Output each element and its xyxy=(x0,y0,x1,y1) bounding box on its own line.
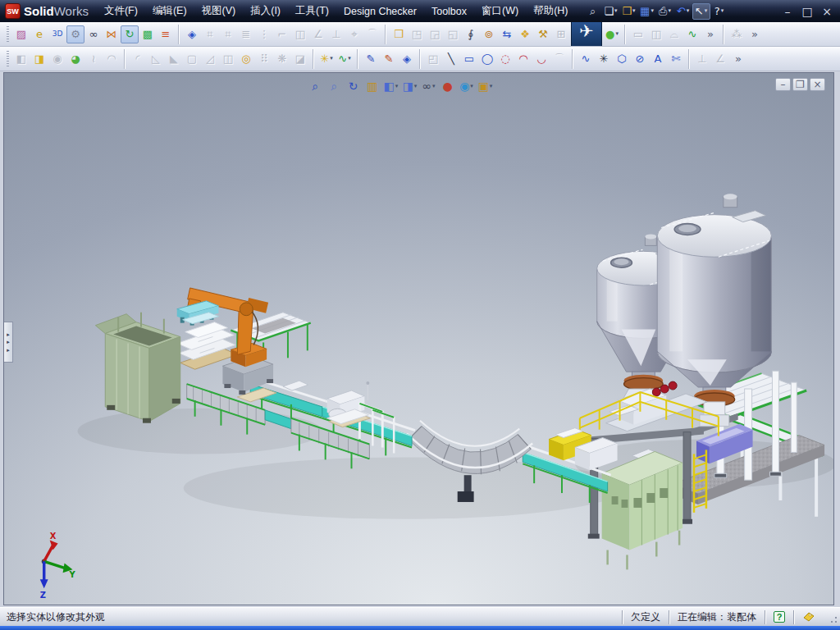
child-restore-button[interactable]: ❐ xyxy=(792,78,808,91)
sketch-dimension-icon[interactable]: ◈ xyxy=(398,50,416,68)
sketch-icon[interactable]: ✎ xyxy=(362,50,380,68)
hide-show-icon[interactable]: ∞▾ xyxy=(419,77,438,95)
quick-tips-icon[interactable]: ? xyxy=(774,611,785,623)
maximize-button[interactable]: □ xyxy=(797,3,817,20)
extruded-cut-icon[interactable]: ◨ xyxy=(30,50,48,68)
dropdown-arrow-icon[interactable]: ▾ xyxy=(432,84,436,89)
graphics-area[interactable]: X Y Z ⌕⌕↻▥◧▾◨▾∞▾●◉▾▣▾ –❐× ▸ ▸ ▸ xyxy=(3,72,834,605)
menu-insert[interactable]: 插入(I) xyxy=(243,1,288,21)
dropdown-arrow-icon[interactable]: ▾ xyxy=(348,56,351,62)
lights-camera-icon[interactable]: ⊚ xyxy=(480,25,498,43)
realview-cube-icon[interactable]: ▩ xyxy=(139,25,157,43)
sketch-text-icon[interactable]: A xyxy=(649,50,667,68)
menu-window[interactable]: 窗口(W) xyxy=(474,1,526,21)
hole-wizard-icon[interactable]: ◎ xyxy=(237,50,255,68)
silo-right[interactable] xyxy=(657,194,771,397)
menu-edit[interactable]: 编辑(E) xyxy=(145,1,194,21)
minimize-button[interactable]: – xyxy=(778,3,797,20)
view-orientation-icon[interactable]: ◧▾ xyxy=(381,77,400,95)
display-style-icon[interactable]: ◨▾ xyxy=(400,77,419,95)
camera-icon[interactable]: ▣▾ xyxy=(476,77,495,95)
dropdown-arrow-icon[interactable]: ▾ xyxy=(414,84,418,89)
view-settings-icon[interactable]: ◉▾ xyxy=(457,77,476,95)
zoom-fit-icon[interactable]: ⌕ xyxy=(306,77,325,95)
tag-icon[interactable] xyxy=(802,611,815,623)
dropdown-arrow-icon[interactable]: ▾ xyxy=(615,31,619,37)
zoom-area-icon[interactable]: ⌕ xyxy=(325,77,344,95)
polygon-icon[interactable]: ⬡ xyxy=(613,50,631,68)
overflow-chevron-icon[interactable]: » xyxy=(729,50,747,68)
menu-file[interactable]: 文件(F) xyxy=(97,1,145,21)
menu-view[interactable]: 视图(V) xyxy=(194,1,244,21)
close-button[interactable]: × xyxy=(817,3,837,20)
rectangle-icon[interactable]: ▭ xyxy=(460,50,478,68)
component-tools-icon[interactable]: ⚒ xyxy=(534,25,552,43)
3d-sketch-icon[interactable]: ✎ xyxy=(380,50,398,68)
feature-manager-collapsed-tab[interactable]: ▸ ▸ ▸ xyxy=(4,322,13,363)
centerpoint-arc-icon[interactable]: ◠ xyxy=(514,50,532,68)
menu-tools[interactable]: 工具(T) xyxy=(288,1,336,21)
section-view-icon[interactable]: ▥ xyxy=(363,77,381,95)
smart-dimension-icon[interactable]: ◈ xyxy=(183,25,201,43)
reference-geometry-icon[interactable]: ✳▾ xyxy=(317,50,336,68)
attachments-icon[interactable]: ∮ xyxy=(462,25,480,43)
dropdown-arrow-icon[interactable]: ▾ xyxy=(395,84,399,89)
apply-scene-icon[interactable]: ● xyxy=(438,77,457,95)
save-button[interactable]: ▦▾ xyxy=(638,3,656,20)
overflow-chevron-icon[interactable]: » xyxy=(746,25,764,43)
toolbar-drag-handle[interactable] xyxy=(7,51,9,67)
child-minimize-button[interactable]: – xyxy=(775,78,791,91)
design-checker-icon[interactable]: ∞ xyxy=(84,25,103,43)
menu-design-checker[interactable]: Design Checker xyxy=(336,2,424,21)
dropdown-arrow-icon[interactable]: ▾ xyxy=(632,8,636,14)
print-button[interactable]: ⎙▾ xyxy=(656,3,674,20)
routing-icon[interactable]: ⋈ xyxy=(103,25,121,43)
ellipse-icon[interactable]: ⊘ xyxy=(631,50,649,68)
curves-icon[interactable]: ∿▾ xyxy=(336,50,354,68)
overflow-chevron-icon[interactable]: » xyxy=(701,25,719,43)
circle-icon[interactable]: ◯ xyxy=(478,50,496,68)
appearance-sphere-icon[interactable]: ●▾ xyxy=(603,25,621,43)
photoworks-icon[interactable]: ▨ xyxy=(12,25,30,43)
select-button[interactable]: ↖▾ xyxy=(692,3,710,20)
verification-icon[interactable]: ↻ xyxy=(121,25,139,43)
spline-icon[interactable]: ∿ xyxy=(577,50,595,68)
assembly-3d-scene[interactable]: X Y Z xyxy=(4,73,833,605)
point-icon[interactable]: ✳ xyxy=(595,50,613,68)
trim-entities-icon[interactable]: ✄ xyxy=(667,50,685,68)
tangent-arc-icon[interactable]: ◡ xyxy=(532,50,550,68)
undo-button[interactable]: ↶▾ xyxy=(674,3,692,20)
resize-grip[interactable] xyxy=(827,610,838,624)
route-line-icon[interactable]: ∿ xyxy=(683,25,701,43)
toolbox-browser-icon[interactable]: ⚙ xyxy=(66,25,84,43)
dropdown-arrow-icon[interactable]: ▾ xyxy=(490,84,493,89)
reload-icon[interactable]: ⇆ xyxy=(498,25,516,43)
menu-help[interactable]: 帮助(H) xyxy=(526,1,575,21)
dropdown-arrow-icon[interactable]: ▾ xyxy=(668,8,671,14)
dropdown-arrow-icon[interactable]: ▾ xyxy=(614,8,618,14)
tag-cell[interactable] xyxy=(793,610,824,624)
menu-toolbox[interactable]: Toolbox xyxy=(424,2,474,21)
line-icon[interactable]: ╲ xyxy=(442,50,460,68)
dropdown-arrow-icon[interactable]: ▾ xyxy=(651,8,654,14)
dropdown-arrow-icon[interactable]: ▾ xyxy=(470,84,473,89)
3d-content-icon[interactable]: 3D xyxy=(48,25,66,43)
child-close-button[interactable]: × xyxy=(810,78,825,91)
dropdown-arrow-icon[interactable]: ▾ xyxy=(721,8,724,14)
toolbar-drag-handle[interactable] xyxy=(7,26,9,43)
open-button[interactable]: ❒▾ xyxy=(620,3,638,20)
dropdown-arrow-icon[interactable]: ▾ xyxy=(330,56,333,62)
open-assembly-icon[interactable]: ❒ xyxy=(390,25,408,43)
help-button[interactable]: ?▾ xyxy=(710,3,728,20)
rotate-view-icon[interactable]: ↻ xyxy=(344,77,363,95)
lightweight-toggle[interactable]: ✈ xyxy=(571,22,602,47)
new-window-icon[interactable]: ❖ xyxy=(516,25,534,43)
edrawings-icon[interactable]: e xyxy=(30,25,48,43)
quick-tips-cell[interactable]: ? xyxy=(765,610,793,624)
new-document-button[interactable]: ❏▾ xyxy=(602,3,620,20)
perimeter-circle-icon[interactable]: ◌ xyxy=(496,50,514,68)
revolved-cut-icon[interactable]: ◕ xyxy=(66,50,84,68)
dropdown-arrow-icon[interactable]: ▾ xyxy=(705,8,708,14)
search-icon[interactable]: ⌕ xyxy=(584,3,602,20)
photoview-icon[interactable]: ≡ xyxy=(157,25,175,43)
